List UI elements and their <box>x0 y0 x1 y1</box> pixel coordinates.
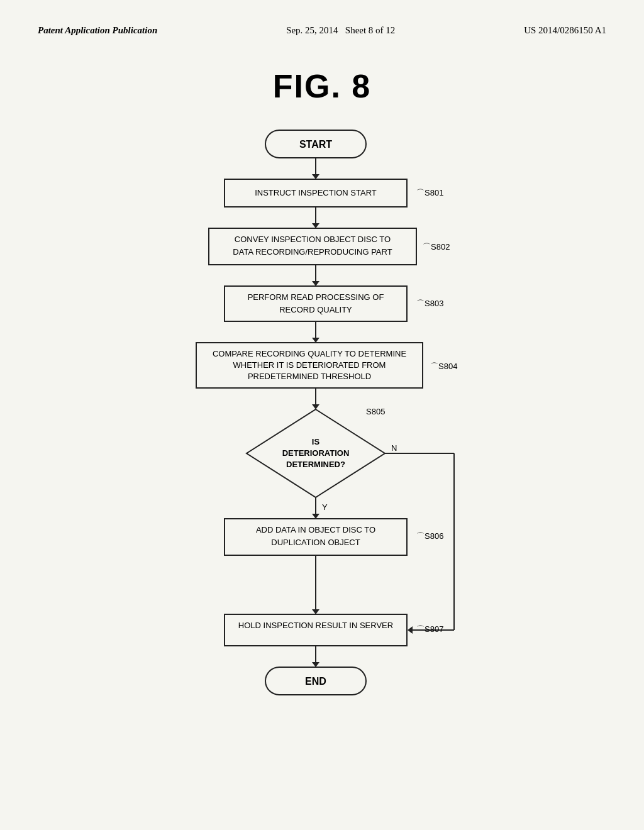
svg-marker-14 <box>312 404 319 409</box>
svg-rect-6 <box>209 228 416 265</box>
s801-ref: ⌒S801 <box>416 188 443 197</box>
main-content: FIG. 8 START INSTRUCT INSPECTION START ⌒… <box>0 42 644 740</box>
page: Patent Application Publication Sep. 25, … <box>0 0 644 830</box>
s805-ref: S805 <box>366 407 385 416</box>
publication-label: Patent Application Publication <box>38 25 157 36</box>
s805-text-2: DETERIORATION <box>282 448 350 458</box>
s803-text-2: RECORD QUALITY <box>279 305 352 314</box>
s806-text-1: ADD DATA IN OBJECT DISC TO <box>256 525 375 534</box>
svg-marker-2 <box>312 174 319 179</box>
s807-text-1: HOLD INSPECTION RESULT IN SERVER <box>238 621 393 630</box>
s806-text-2: DUPLICATION OBJECT <box>271 538 360 547</box>
svg-marker-23 <box>312 609 319 614</box>
svg-marker-8 <box>312 281 319 286</box>
svg-marker-5 <box>312 223 319 228</box>
svg-marker-16 <box>312 514 319 519</box>
svg-marker-26 <box>312 662 319 667</box>
s803-text-1: PERFORM READ PROCESSING OF <box>248 292 384 302</box>
date-label: Sep. 25, 2014 Sheet 8 of 12 <box>286 25 395 36</box>
s804-text-1: COMPARE RECORDING QUALITY TO DETERMINE <box>213 349 407 358</box>
patent-number: US 2014/0286150 A1 <box>524 25 606 36</box>
end-label: END <box>305 676 326 687</box>
svg-marker-21 <box>408 626 413 634</box>
s801-text: INSTRUCT INSPECTION START <box>255 188 377 197</box>
s802-text-2: DATA RECORDING/REPRODUCING PART <box>233 247 392 257</box>
s804-text-2: WHETHER IT IS DETERIORATED FROM <box>233 360 386 370</box>
s802-text-1: CONVEY INSPECTION OBJECT DISC TO <box>235 235 391 244</box>
date: Sep. 25, 2014 <box>286 25 338 35</box>
svg-rect-17 <box>225 519 407 555</box>
yes-label: Y <box>322 502 328 512</box>
sheet-label: Sheet 8 of 12 <box>345 25 396 35</box>
s805-text-3: DETERMINED? <box>286 460 345 469</box>
start-label: START <box>299 139 332 150</box>
s804-text-3: PREDETERMINED THRESHOLD <box>248 372 371 381</box>
s806-ref: ⌒S806 <box>416 531 443 541</box>
header: Patent Application Publication Sep. 25, … <box>0 0 644 42</box>
s803-ref: ⌒S803 <box>416 299 443 308</box>
n-label: N <box>391 443 397 453</box>
s804-ref: ⌒S804 <box>430 362 457 371</box>
svg-marker-11 <box>312 338 319 343</box>
flowchart-svg: START INSTRUCT INSPECTION START ⌒S801 CO… <box>133 124 511 740</box>
s807-ref: ⌒S807 <box>416 624 443 634</box>
s805-text-1: IS <box>312 437 320 446</box>
figure-title: FIG. 8 <box>273 67 371 105</box>
s802-ref: ⌒S802 <box>423 242 450 252</box>
svg-rect-9 <box>225 286 407 321</box>
svg-rect-24 <box>225 614 407 646</box>
